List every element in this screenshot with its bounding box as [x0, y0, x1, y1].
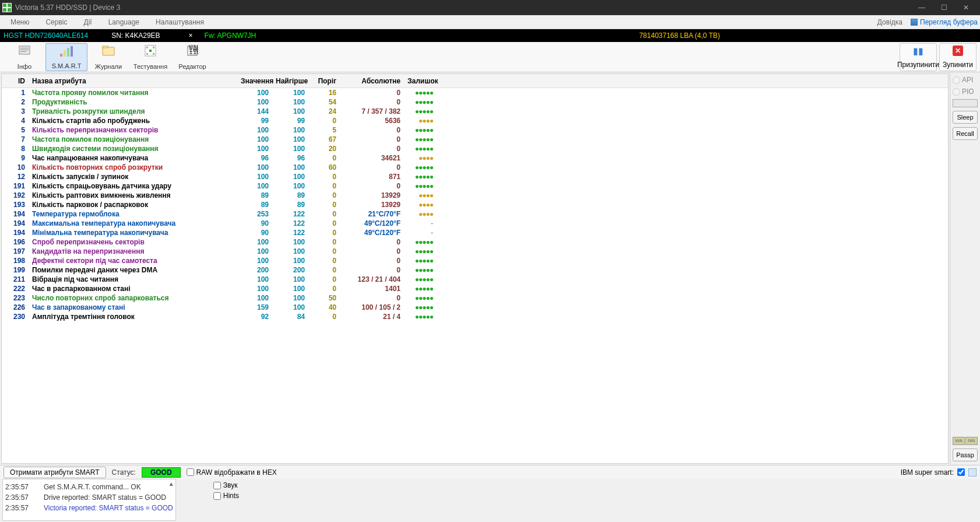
editor-icon: 010010100011110101 [185, 44, 199, 57]
tab-editor[interactable]: 010010100011110101 Редактор [171, 43, 213, 71]
svg-rect-14 [146, 53, 148, 55]
svg-rect-15 [153, 53, 154, 55]
menu-item[interactable]: Language [100, 16, 147, 29]
table-row[interactable]: 1Частота прояву помилок читання100100160… [2, 88, 948, 97]
table-row[interactable]: 193Кількість парковок / распарковок89890… [2, 200, 948, 209]
smart-icon [59, 45, 73, 58]
table-row[interactable]: 198Дефектні сектори під час самотеста100… [2, 256, 948, 265]
table-row[interactable]: 222Час в распаркованном стані10010001401… [2, 284, 948, 293]
titlebar: Victoria 5.37 HDD/SSD | Device 3 ― ☐ ✕ [0, 0, 980, 15]
app-icon [2, 3, 12, 12]
status-label: Статус: [112, 468, 136, 477]
log-row: 2:35:57Drive reported: SMART status = GO… [5, 492, 173, 503]
svg-rect-12 [146, 47, 148, 48]
drive-firmware: Fw: APGNW7JH [193, 31, 257, 40]
table-row[interactable]: 10Кількість повторних спроб розкрутки100… [2, 163, 948, 172]
log-area: ▲ 2:35:57Get S.M.A.R.T. command... OK2:3… [2, 479, 176, 521]
table-row[interactable]: 192Кількість раптових вимкнень живлення8… [2, 191, 948, 200]
table-row[interactable]: 194Максимальна температура накопичувача9… [2, 219, 948, 228]
svg-rect-1 [20, 48, 29, 48]
table-row[interactable]: 199Помилки передачі даних через DMA20020… [2, 265, 948, 275]
table-row[interactable]: 197Кандидатів на перепризначення10010000… [2, 247, 948, 256]
table-row[interactable]: 226Час в запаркованому стані15910040100 … [2, 303, 948, 312]
drive-model: HGST HDN726040ALE614 [3, 31, 100, 40]
pio-radio[interactable]: PIO [953, 87, 978, 96]
log-row: 2:35:57Victoria reported: SMART status =… [5, 503, 173, 513]
svg-rect-7 [71, 46, 73, 57]
scroll-up-icon[interactable]: ▲ [168, 481, 174, 487]
table-row[interactable]: 194Температура гермоблока253122021°C/70°… [2, 209, 948, 219]
sound-checkbox[interactable]: Звук [213, 481, 238, 489]
close-button[interactable]: ✕ [959, 2, 973, 13]
tab-info[interactable]: Інфо [3, 43, 45, 71]
passp-button[interactable]: Passp [953, 449, 978, 461]
hints-checkbox[interactable]: Hints [213, 492, 238, 500]
table-row[interactable]: 196Спроб перепризначень секторів10010000… [2, 237, 948, 247]
sleep-button[interactable]: Sleep [953, 111, 978, 124]
menu-item[interactable]: Сервіс [37, 16, 75, 29]
svg-rect-9 [103, 46, 108, 48]
table-row[interactable]: 4Кількість стартів або пробуджень9999056… [2, 116, 948, 125]
svg-rect-5 [64, 50, 66, 57]
table-row[interactable]: 230Амплітуда тремтіння головок9284021 / … [2, 312, 948, 321]
logs-icon [101, 44, 115, 57]
menu-help[interactable]: Довідка [869, 16, 911, 29]
table-row[interactable]: 12Кількість запусків / зупинок1001000871… [2, 172, 948, 181]
table-row[interactable]: 211Вібрація під час читання1001000123 / … [2, 275, 948, 284]
ibm-label: IBM super smart: [901, 468, 954, 477]
svg-rect-4 [60, 54, 62, 57]
log-side-panel: Звук Hints [210, 479, 241, 522]
table-row[interactable]: 194Мінімальна температура накопичувача90… [2, 228, 948, 237]
drive-infobar: HGST HDN726040ALE614 SN: K4KA29EB × Fw: … [0, 29, 980, 42]
tab-smart[interactable]: S.M.A.R.T [45, 43, 87, 71]
status-value: GOOD [142, 467, 181, 478]
toolbar: Інфо S.M.A.R.T Журнали Тестування 010010… [0, 42, 980, 72]
menu-item[interactable]: Дії [76, 16, 100, 29]
get-smart-button[interactable]: Отримати атрибути SMART [3, 467, 106, 478]
table-row[interactable]: 7Частота помилок позиціонування100100670… [2, 135, 948, 144]
buffer-icon [911, 19, 918, 26]
buffer-view-link[interactable]: Перегляд буфера [920, 18, 978, 26]
bottom-bar: Отримати атрибути SMART Статус: GOOD RAW… [0, 465, 980, 479]
window-title: Victoria 5.37 HDD/SSD | Device 3 [15, 3, 915, 12]
side-badges: WANN [953, 437, 978, 445]
drive-lba: 7814037168 LBA (4,0 TB) [639, 31, 720, 40]
drive-serial: SN: K4KA29EB [100, 31, 183, 40]
svg-rect-11 [149, 50, 152, 52]
svg-rect-6 [67, 48, 69, 57]
sn-close-icon[interactable]: × [184, 31, 193, 40]
table-row[interactable]: 191Кількість спрацьовувань датчика удару… [2, 181, 948, 191]
svg-text:110101: 110101 [189, 48, 198, 56]
smart-table: ID Назва атрибута Значення Найгірше Порі… [1, 73, 949, 464]
table-row[interactable]: 2Продуктивність100100540●●●●● [2, 97, 948, 107]
api-radio[interactable]: API [953, 76, 978, 84]
stop-icon: ✕ [953, 45, 963, 56]
table-row[interactable]: 3Тривалість розкрутки шпинделя144100247 … [2, 107, 948, 116]
tab-testing[interactable]: Тестування [129, 43, 171, 71]
progress-bar [953, 99, 978, 107]
table-header: ID Назва атрибута Значення Найгірше Порі… [2, 74, 948, 88]
tab-logs[interactable]: Журнали [87, 43, 129, 71]
raw-hex-checkbox[interactable]: RAW відображати в HEX [187, 468, 277, 477]
table-row[interactable]: 5Кількість перепризначених секторів10010… [2, 125, 948, 135]
svg-rect-2 [20, 50, 29, 50]
menu-item[interactable]: Налаштування [147, 16, 212, 29]
log-row: 2:35:57Get S.M.A.R.T. command... OK [5, 482, 173, 492]
menu-item[interactable]: Меню [2, 16, 37, 29]
minimize-button[interactable]: ― [915, 2, 929, 13]
table-row[interactable]: 8Швидкодія системи позиціонування1001002… [2, 144, 948, 153]
table-row[interactable]: 223Число повторних спроб запарковаться10… [2, 293, 948, 303]
stop-button[interactable]: ✕ Зупинити [939, 43, 977, 71]
ibm-checkbox[interactable] [957, 468, 965, 476]
table-row[interactable]: 9Час напрацювання накопичувача9696034621… [2, 153, 948, 163]
ibm-square-icon[interactable] [968, 468, 977, 477]
testing-icon [143, 44, 157, 57]
info-icon [17, 44, 31, 57]
pause-icon: ▮▮ [913, 45, 923, 57]
maximize-button[interactable]: ☐ [937, 2, 951, 13]
recall-button[interactable]: Recall [953, 127, 978, 140]
svg-rect-3 [20, 51, 26, 52]
svg-rect-13 [153, 47, 154, 48]
pause-button[interactable]: ▮▮ Призупинити [900, 43, 937, 71]
svg-rect-8 [103, 47, 114, 55]
